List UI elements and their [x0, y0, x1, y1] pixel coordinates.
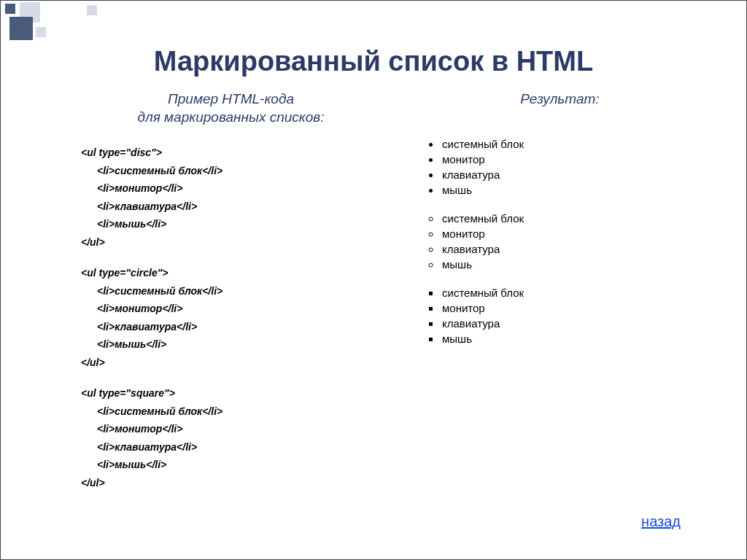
deco-square-icon [9, 17, 33, 40]
code-line: <li>мышь</li> [81, 215, 381, 233]
back-link[interactable]: назад [641, 513, 681, 530]
code-line: <li>системный блок</li> [81, 402, 381, 421]
code-line: <li>системный блок</li> [81, 282, 381, 300]
list-item: мышь [441, 258, 710, 271]
list-item: системный блок [441, 138, 710, 150]
result-column: Результат: системный блок монитор клавиа… [381, 90, 710, 505]
code-column-heading: Пример HTML-кода для маркированных списк… [81, 90, 381, 126]
list-item: клавиатура [441, 317, 710, 330]
result-list-square: системный блок монитор клавиатура мышь [441, 287, 710, 345]
code-line: <li>клавиатура</li> [81, 318, 381, 336]
code-line: <li>клавиатура</li> [81, 198, 381, 216]
code-column: Пример HTML-кода для маркированных списк… [37, 90, 381, 505]
result-column-heading: Результат: [410, 90, 710, 109]
slide-container: Маркированный список в HTML Пример HTML-… [0, 0, 747, 560]
code-line: </ul> [81, 354, 381, 372]
list-item: монитор [441, 302, 710, 314]
result-list-disc: системный блок монитор клавиатура мышь [441, 138, 710, 196]
code-line: <li>монитор</li> [81, 179, 381, 198]
code-group: <ul type="square"> <li>системный блок</l… [81, 384, 381, 491]
code-line: <ul type="circle"> [81, 264, 381, 282]
corner-decoration [1, 1, 103, 44]
code-line: </ul> [81, 233, 381, 252]
list-item: мышь [441, 184, 710, 196]
list-item: мышь [441, 332, 710, 345]
list-item: клавиатура [441, 168, 710, 181]
code-line: <li>монитор</li> [81, 420, 381, 438]
code-line: <ul type="disc"> [81, 144, 381, 162]
list-item: клавиатура [441, 243, 710, 255]
list-item: системный блок [441, 212, 710, 225]
code-line: <li>системный блок</li> [81, 162, 381, 180]
code-line: <ul type="square"> [81, 384, 381, 402]
code-line: <li>монитор</li> [81, 300, 381, 318]
code-line: <li>клавиатура</li> [81, 438, 381, 456]
page-title: Маркированный список в HTML [1, 1, 746, 77]
list-item: монитор [441, 153, 710, 166]
result-output: системный блок монитор клавиатура мышь с… [410, 138, 710, 345]
code-group: <ul type="circle"> <li>системный блок</l… [81, 264, 381, 371]
deco-square-icon [87, 5, 97, 15]
list-item: монитор [441, 228, 710, 240]
heading-line: Пример HTML-кода [168, 91, 294, 106]
code-example: <ul type="disc"> <li>системный блок</li>… [81, 144, 381, 491]
deco-square-icon [5, 4, 15, 14]
code-group: <ul type="disc"> <li>системный блок</li>… [81, 144, 381, 251]
code-line: <li>мышь</li> [81, 456, 381, 474]
result-list-circle: системный блок монитор клавиатура мышь [441, 212, 710, 271]
deco-square-icon [36, 27, 46, 37]
code-line: <li>мышь</li> [81, 335, 381, 354]
heading-line: для маркированных списков: [137, 109, 324, 125]
code-line: </ul> [81, 474, 381, 492]
two-column-layout: Пример HTML-кода для маркированных списк… [1, 90, 746, 505]
list-item: системный блок [441, 287, 710, 299]
